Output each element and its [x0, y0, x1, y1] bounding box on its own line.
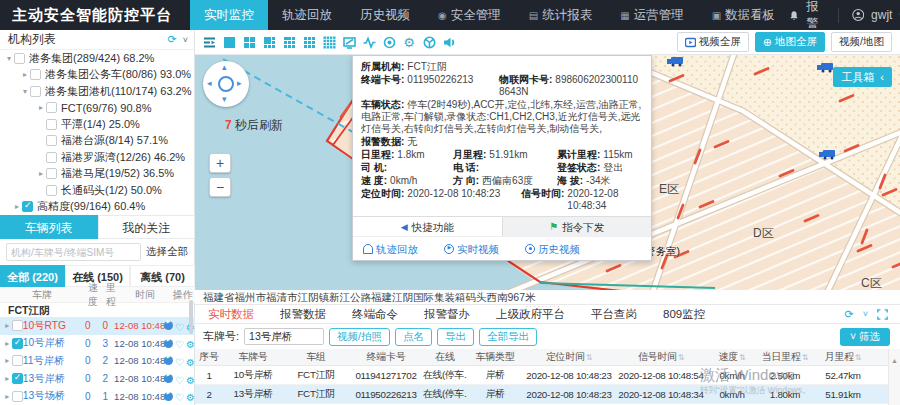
- filter-button[interactable]: ˅ 筛选: [840, 328, 890, 346]
- expand-arrow-icon[interactable]: ▸: [3, 321, 12, 330]
- refresh-icon[interactable]: ⟳: [845, 308, 854, 321]
- screen-6-icon[interactable]: [261, 34, 277, 50]
- tab-realtime-data[interactable]: 实时数据: [195, 304, 267, 324]
- scroll-up-icon[interactable]: ▲: [891, 357, 898, 364]
- tab-alarm-supervise[interactable]: 报警督办: [411, 304, 483, 324]
- tree-checkbox[interactable]: [46, 119, 57, 130]
- pan-right-icon[interactable]: ▸: [237, 78, 242, 88]
- expand-arrow-icon[interactable]: ▾: [20, 87, 30, 96]
- video-icon[interactable]: [164, 374, 173, 383]
- tree-item[interactable]: ▸福港马尾(19/52) 36.5%: [0, 166, 194, 183]
- nav-history-video[interactable]: 历史视频: [346, 0, 424, 30]
- video-photo-button[interactable]: 视频/拍照: [329, 328, 390, 346]
- nav-data-board[interactable]: ▣数据看板: [698, 0, 789, 31]
- tree-checkbox[interactable]: [14, 53, 25, 64]
- map-fullscreen-button[interactable]: ⊕地图全屏: [755, 32, 825, 52]
- expand-arrow-icon[interactable]: ▸: [3, 374, 12, 383]
- tree-checkbox[interactable]: [30, 69, 41, 80]
- avatar-icon[interactable]: [852, 7, 864, 23]
- video-icon[interactable]: [164, 392, 173, 401]
- video-icon[interactable]: [164, 356, 173, 365]
- tree-item[interactable]: ▾港务集团(289/424) 68.2%: [0, 50, 194, 67]
- tab-809-monitor[interactable]: 809监控: [650, 304, 718, 324]
- video-fullscreen-button[interactable]: 视频全屏: [677, 32, 749, 52]
- settings-icon[interactable]: [186, 387, 195, 405]
- tree-item[interactable]: 平潭(1/4) 25.0%: [0, 116, 194, 133]
- drag-handle[interactable]: ·········: [525, 301, 561, 311]
- tab-terminal-command[interactable]: 终端命令: [339, 304, 411, 324]
- tab-platform-check[interactable]: 平台查岗: [578, 304, 650, 324]
- tree-checkbox[interactable]: [46, 185, 57, 196]
- screen-9-icon[interactable]: [301, 34, 317, 50]
- expand-arrow-icon[interactable]: ▸: [36, 103, 46, 112]
- zoom-out-button[interactable]: −: [209, 177, 231, 197]
- filter-offline[interactable]: 离线 (70): [130, 265, 195, 287]
- pan-down-icon[interactable]: ▾: [222, 94, 227, 104]
- tab-my-follow[interactable]: 我的关注: [98, 215, 196, 239]
- alarm-label[interactable]: 报警: [806, 0, 825, 32]
- vehicle-row[interactable]: ▸ 13号岸桥 0 2 12-08 10:48: [0, 370, 195, 388]
- chevron-down-icon[interactable]: ˅: [863, 309, 868, 319]
- gear-icon[interactable]: ⚙: [401, 34, 417, 50]
- table-row[interactable]: 213号岸桥FCT江阴011950226213在线(停车...岸桥2020-12…: [195, 385, 900, 404]
- favorite-icon[interactable]: [175, 352, 184, 370]
- quick-functions-tab[interactable]: ◀快捷功能: [353, 217, 502, 236]
- video-map-toggle-button[interactable]: 视频/地图: [831, 32, 892, 52]
- sortable-header[interactable]: 月里程⇅: [813, 350, 873, 364]
- vehicle-row[interactable]: ▸ 10号RTG 0 0 12-08 10:48: [0, 317, 195, 335]
- vehicle-checkbox[interactable]: [12, 373, 23, 384]
- tree-checkbox[interactable]: [22, 201, 33, 212]
- monitor-icon[interactable]: [341, 34, 357, 50]
- screen-4-icon[interactable]: [241, 34, 257, 50]
- nav-stat-report[interactable]: ▤统计报表: [515, 0, 606, 31]
- expand-arrow-icon[interactable]: ▾: [4, 54, 14, 63]
- vehicle-checkbox[interactable]: [12, 338, 23, 349]
- record-icon[interactable]: [381, 34, 397, 50]
- tab-vehicle-list[interactable]: 车辆列表: [0, 215, 98, 239]
- vehicle-row[interactable]: ▸ 13号场桥 0 1 12-08 10:48: [0, 387, 195, 405]
- screen-8-icon[interactable]: [281, 34, 297, 50]
- favorite-icon[interactable]: [175, 317, 184, 335]
- tree-checkbox[interactable]: [46, 168, 57, 179]
- tab-alarm-data[interactable]: 报警数据: [267, 304, 339, 324]
- steering-icon[interactable]: [421, 34, 437, 50]
- expand-icon[interactable]: [877, 309, 888, 320]
- table-row[interactable]: 110号岸桥FCT江阴011941271702在线(停车...岸桥2020-12…: [195, 366, 900, 385]
- map-pan-control[interactable]: ▴ ▾ ◂ ▸: [203, 61, 249, 107]
- tree-checkbox[interactable]: [30, 86, 41, 97]
- settings-icon[interactable]: [186, 370, 195, 388]
- tree-item[interactable]: ▾港务集团港机(110/174) 63.2%: [0, 83, 194, 100]
- live-video-link[interactable]: 实时视频: [444, 243, 499, 255]
- vehicle-group-label[interactable]: FCT江阴: [0, 303, 195, 317]
- expand-arrow-icon[interactable]: ▸: [36, 169, 46, 178]
- tree-item[interactable]: ▸FCT(69/76) 90.8%: [0, 100, 194, 117]
- tree-checkbox[interactable]: [46, 135, 57, 146]
- expand-arrow-icon[interactable]: ▸: [12, 202, 22, 211]
- sortable-header[interactable]: 速度⇅: [707, 350, 757, 364]
- vehicle-checkbox[interactable]: [12, 391, 23, 402]
- nav-safety-mgmt[interactable]: ◉安全管理: [424, 0, 515, 31]
- zoom-in-button[interactable]: +: [209, 153, 231, 173]
- tree-checkbox[interactable]: [46, 152, 57, 163]
- screen-1-icon[interactable]: [221, 34, 237, 50]
- tree-item[interactable]: 福港罗源湾(12/26) 46.2%: [0, 149, 194, 166]
- video-icon[interactable]: [164, 339, 173, 348]
- nav-track-playback[interactable]: 轨迹回放: [268, 0, 346, 30]
- filter-all[interactable]: 全部 (220): [0, 265, 65, 287]
- pulse-icon[interactable]: [361, 34, 377, 50]
- favorite-icon[interactable]: [175, 370, 184, 388]
- pan-left-icon[interactable]: ◂: [207, 78, 212, 88]
- expand-arrow-icon[interactable]: ▸: [20, 70, 30, 79]
- scrollbar-thumb[interactable]: [189, 300, 193, 334]
- rollcall-button[interactable]: 点名: [395, 328, 432, 346]
- bell-icon[interactable]: [789, 9, 799, 22]
- select-all-link[interactable]: 选择全部: [146, 245, 188, 259]
- settings-icon[interactable]: [186, 352, 195, 370]
- expand-arrow-icon[interactable]: ▸: [3, 356, 12, 365]
- nav-realtime-monitor[interactable]: 实时监控: [190, 0, 268, 30]
- plate-input[interactable]: [244, 328, 324, 345]
- refresh-icon[interactable]: ⟳: [168, 33, 177, 46]
- tree-item[interactable]: ▸港务集团公务车(80/86) 93.0%: [0, 67, 194, 84]
- vehicle-row[interactable]: ▸ 11号岸桥 0 2 12-08 10:48: [0, 352, 195, 370]
- track-playback-link[interactable]: 轨迹回放: [363, 243, 418, 255]
